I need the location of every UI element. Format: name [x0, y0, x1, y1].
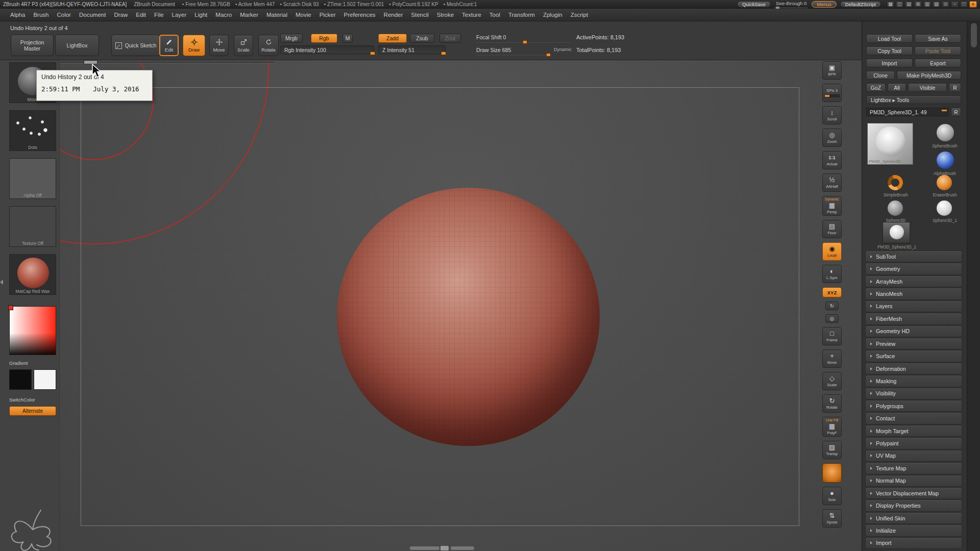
tool-section[interactable]: Visibility: [865, 388, 962, 399]
scale-tray-button[interactable]: ◇ Scale: [822, 372, 842, 390]
menu-item[interactable]: Alpha: [6, 11, 29, 19]
paste-tool-button[interactable]: Paste Tool: [915, 46, 961, 55]
menu-item[interactable]: Movie: [291, 11, 315, 19]
zoom-button[interactable]: ◎ Zoom: [822, 129, 842, 147]
solo-button[interactable]: ● Solo: [822, 487, 842, 505]
tool-section[interactable]: ArrayMesh: [865, 276, 962, 287]
slider-handle[interactable]: [441, 52, 446, 55]
undo-history-track[interactable]: [60, 62, 274, 63]
polyf-button[interactable]: Line Fill ▦ PolyF: [822, 417, 842, 437]
copy-tool-button[interactable]: Copy Tool: [866, 46, 913, 55]
edit-button[interactable]: Edit: [159, 35, 179, 56]
tool-r-button[interactable]: R: [951, 108, 961, 116]
mrgb-toggle[interactable]: Mrgb: [280, 34, 303, 43]
import-button[interactable]: Import: [866, 59, 913, 67]
lsym-button[interactable]: ◐ L.Sym: [822, 265, 842, 283]
sphere-brush-thumbnail[interactable]: [937, 124, 954, 141]
xpose-button[interactable]: ⇅ Xpose: [822, 509, 842, 528]
tool-section[interactable]: Morph Target: [865, 425, 962, 437]
menu-item[interactable]: Document: [75, 11, 110, 19]
tool-section[interactable]: Preview: [865, 338, 962, 349]
slider-handle[interactable]: [523, 40, 527, 44]
tool-section[interactable]: Polypaint: [865, 437, 962, 449]
menu-item[interactable]: Layer: [168, 11, 191, 19]
quick-sketch-button[interactable]: Quick Sketch: [111, 35, 160, 56]
layout-grid-icon[interactable]: ▦: [887, 1, 894, 8]
tool-section[interactable]: FiberMesh: [865, 313, 962, 324]
canvas-viewport[interactable]: [59, 60, 862, 551]
export-button[interactable]: Export: [915, 59, 961, 67]
transp-button[interactable]: ▨ Transp: [822, 441, 842, 459]
sphere-mesh[interactable]: [337, 188, 600, 446]
layout-mix-icon[interactable]: ▨: [933, 1, 940, 8]
draw-size-slider[interactable]: Draw Size 685: [476, 45, 551, 57]
frame-button[interactable]: □ Frame: [822, 327, 842, 345]
see-through-slider[interactable]: See-through 0: [774, 1, 808, 8]
menu-item[interactable]: Transform: [504, 11, 539, 19]
layout-split-icon[interactable]: ◫: [896, 1, 903, 8]
make-polymesh3d-button[interactable]: Make PolyMesh3D: [897, 71, 961, 80]
draw-button[interactable]: Draw: [183, 35, 205, 56]
xyz-button[interactable]: XYZ: [822, 287, 842, 297]
scroll-button[interactable]: ↕ Scroll: [822, 106, 842, 124]
menu-item[interactable]: Stroke: [433, 11, 458, 19]
menu-item[interactable]: Marker: [236, 11, 262, 19]
tool-section[interactable]: Geometry: [865, 263, 962, 274]
tool-section[interactable]: Masking: [865, 375, 962, 387]
menu-item[interactable]: Edit: [132, 11, 150, 19]
menu-item[interactable]: Brush: [29, 11, 53, 19]
menus-button[interactable]: Menus: [812, 1, 837, 8]
local-button[interactable]: ◉ Local: [822, 242, 842, 261]
quicksave-button[interactable]: QuickSave: [737, 1, 771, 8]
rotate-tray-button[interactable]: ↻ Rotate: [822, 394, 842, 413]
alternate-button[interactable]: Alternate: [9, 406, 56, 416]
lock-icon[interactable]: ⊙: [942, 1, 949, 8]
tool-section[interactable]: NanoMesh: [865, 288, 962, 299]
active-tool-thumbnail[interactable]: PM3D_Sphere3D...: [867, 123, 913, 165]
tool-section[interactable]: Deformation: [865, 363, 962, 374]
h-scrollbar-handle[interactable]: [451, 546, 474, 550]
current-alpha-thumbnail[interactable]: Alpha Off: [9, 158, 56, 199]
menu-item[interactable]: Draw: [110, 11, 132, 19]
tool-section[interactable]: Texture Map: [865, 462, 962, 474]
close-icon[interactable]: ×: [969, 1, 977, 8]
right-scrollbar[interactable]: [967, 9, 980, 551]
rgb-intensity-slider[interactable]: Rgb Intensity 100: [280, 45, 374, 54]
rotate-cycle-icon[interactable]: ↻: [825, 302, 839, 310]
color-selector[interactable]: [8, 305, 13, 310]
ghost-button[interactable]: [822, 463, 842, 483]
current-texture-thumbnail[interactable]: Texture Off: [9, 206, 56, 247]
all-button[interactable]: All: [888, 83, 906, 92]
left-tray-collapse-arrow[interactable]: [0, 280, 3, 285]
projection-master-button[interactable]: Projection Master: [11, 35, 54, 56]
tool-section[interactable]: Normal Map: [865, 475, 962, 487]
aahalf-button[interactable]: ½ AAHalf: [822, 173, 842, 192]
menu-item[interactable]: Zscript: [567, 11, 593, 19]
lightbox-tools-button[interactable]: Lightbox ▸ Tools: [866, 95, 961, 104]
current-stroke-thumbnail[interactable]: Dots: [9, 110, 56, 151]
tool-section[interactable]: Contact: [865, 412, 962, 424]
tool-section[interactable]: Layers: [865, 300, 962, 312]
menu-item[interactable]: Color: [53, 11, 75, 19]
move-mode-button[interactable]: Move: [209, 35, 229, 56]
tool-section[interactable]: UV Map: [865, 450, 962, 462]
menu-item[interactable]: Stencil: [407, 11, 433, 19]
spix-slider[interactable]: SPix 3: [822, 84, 842, 102]
slider-handle[interactable]: [370, 52, 375, 55]
pm3d-sphere-thumbnail[interactable]: [883, 222, 910, 243]
layout-rows-icon[interactable]: ▤: [905, 1, 913, 8]
slider-handle[interactable]: [546, 53, 551, 57]
focal-shift-slider[interactable]: Focal Shift 0: [476, 32, 571, 44]
secondary-color-swatch[interactable]: [34, 369, 56, 390]
alpha-brush-thumbnail[interactable]: [937, 152, 954, 169]
tool-section[interactable]: Polygroups: [865, 400, 962, 412]
h-scrollbar-handle[interactable]: [410, 546, 439, 550]
tool-section[interactable]: Surface: [865, 350, 962, 362]
menu-item[interactable]: Render: [380, 11, 407, 19]
persp-button[interactable]: Dynamic ▦ Persp: [822, 196, 842, 216]
bpr-button[interactable]: ▣ BPR: [822, 61, 842, 80]
tool-section[interactable]: Display Properties: [865, 499, 962, 511]
clone-button[interactable]: Clone: [866, 71, 895, 80]
menu-item[interactable]: Zplugin: [539, 11, 567, 19]
load-tool-button[interactable]: Load Tool: [866, 34, 913, 43]
